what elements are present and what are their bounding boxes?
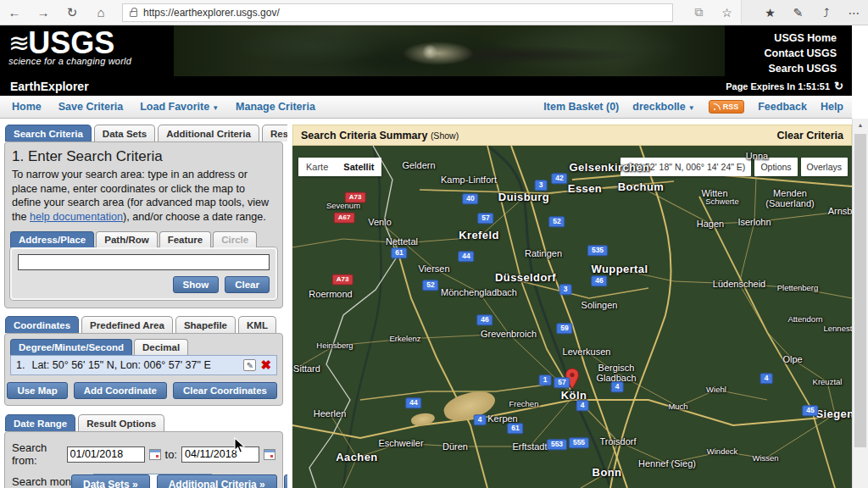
hub-favorites-icon[interactable]: ★ [756,6,784,19]
road-shield: 1 [539,374,552,385]
url-text: https://earthexplorer.usgs.gov/ [143,7,280,19]
tab-kml[interactable]: KML [238,316,276,333]
map-city-label: Heinsberg [316,341,353,350]
scroll-up-arrow-icon[interactable]: ▲ [853,119,868,132]
tab-shapefile[interactable]: Shapefile [175,316,236,333]
delete-coordinate-icon[interactable]: ✖ [260,359,271,371]
usgs-logo[interactable]: ≋ USGS science for a changing world [0,25,174,76]
link-usgs-home[interactable]: USGS Home [725,30,837,46]
tab-result-options[interactable]: Result Options [78,414,164,431]
tab-date-range[interactable]: Date Range [5,414,75,431]
share-icon[interactable]: ⤴ [812,6,840,19]
tab-feature[interactable]: Feature [159,231,212,247]
url-bar[interactable]: https://earthexplorer.usgs.gov/ [122,3,673,22]
clear-button[interactable]: Clear [225,276,270,293]
date-from-input[interactable] [67,446,145,463]
item-basket[interactable]: Item Basket (0) [543,101,619,113]
tab-results[interactable]: Results [262,125,287,141]
rss-icon [714,103,721,110]
map-overlays-button[interactable]: Overlays [801,158,848,176]
map-city-label: Geldern [402,160,435,170]
link-search-usgs[interactable]: Search USGS [725,61,837,76]
home-icon[interactable]: ⌂ [86,5,115,19]
summary-show-toggle[interactable]: (Show) [431,130,459,141]
address-input[interactable] [18,254,270,270]
additional-criteria-next-button[interactable]: Additional Criteria » [157,474,277,488]
more-ellipsis-icon[interactable]: ⋯ [840,6,868,19]
toggle-decimal[interactable]: Decimal [134,339,188,355]
rss-button[interactable]: RSS [709,100,745,114]
menu-feedback[interactable]: Feedback [758,101,807,113]
menu-load-favorite[interactable]: Load Favorite▼ [140,101,219,113]
menu-home[interactable]: Home [12,101,42,113]
add-coordinate-button[interactable]: Add Coordinate [74,382,167,399]
user-menu[interactable]: dreckbolle▼ [632,101,694,113]
map-type-satellit-button[interactable]: Satellit [336,158,381,176]
map-city-label: Nettetal [386,236,418,247]
scrollbar-thumb[interactable] [854,134,866,447]
map-city-label: Troisdorf [600,436,637,446]
road-shield: 44 [405,397,421,408]
mouse-cursor [234,437,246,454]
map-canvas[interactable]: Karte Satellit (50° 52' 18" N, 006° 14' … [292,146,852,488]
menu-help[interactable]: Help [821,101,843,113]
clear-coordinates-button[interactable]: Clear Coordinates [173,382,277,399]
tab-path-row[interactable]: Path/Row [96,231,157,247]
usgs-wave-icon: ≋ [8,31,28,55]
map-city-label: Hennef (Sieg) [638,458,696,469]
road-shield: 4 [611,381,624,392]
data-sets-next-button[interactable]: Data Sets » [71,474,150,488]
map-city-label: Lüdenscheid [713,279,765,289]
clear-criteria-button[interactable]: Clear Criteria [776,130,843,141]
use-map-button[interactable]: Use Map [7,382,67,399]
link-contact-usgs[interactable]: Contact USGS [725,46,837,61]
coordinate-index: 1. [16,359,25,371]
road-shield: 40 [462,193,478,204]
tab-search-criteria[interactable]: Search Criteria [5,125,92,141]
show-button[interactable]: Show [173,276,220,293]
calendar-icon[interactable] [264,449,275,460]
road-shield: A73 [332,274,353,286]
menu-manage-criteria[interactable]: Manage Criteria [236,101,315,113]
lock-icon [130,11,137,17]
search-criteria-summary-bar: Search Criteria Summary (Show) Clear Cri… [292,125,852,146]
web-note-pen-icon[interactable]: ✎ [784,6,812,19]
reading-view-icon[interactable]: ⧉ [685,5,713,19]
menu-save-criteria[interactable]: Save Criteria [58,101,123,113]
edit-coordinate-icon[interactable]: ✎ [243,359,256,371]
page-expires-text: Page Expires In 1:51:51 [726,81,830,92]
map-city-label: Erftstadt [513,441,548,452]
tab-address-place[interactable]: Address/Place [10,231,94,247]
to-label: to: [165,448,177,461]
favorite-star-icon[interactable]: ☆ [713,6,741,19]
session-refresh-icon[interactable]: ↻ [834,80,843,92]
road-shield: A67 [334,213,355,224]
map-city-label: Heerlen [314,408,347,419]
tab-predefined-area[interactable]: Predefined Area [81,316,173,333]
forward-icon[interactable]: → [29,5,58,19]
tab-coordinates[interactable]: Coordinates [5,316,79,333]
tab-additional-criteria[interactable]: Additional Criteria [158,125,259,141]
road-shield: 52 [422,280,438,291]
toggle-dms[interactable]: Degree/Minute/Second [10,339,132,355]
road-shield: A73 [345,192,366,203]
page-scrollbar[interactable]: ▲ [852,119,868,488]
search-panel: Search Criteria Data Sets Additional Cri… [0,119,287,488]
banner-aerial-image [174,25,725,76]
calendar-icon[interactable] [149,449,161,460]
map-city-label: Gelsenkirchen [570,162,650,174]
road-shield: 3 [559,284,572,295]
map-city-label: Lennestadt [823,324,852,333]
refresh-icon[interactable]: ↻ [58,5,86,20]
map-city-label: Frechen [509,400,539,408]
date-to-input[interactable] [181,446,259,463]
help-documentation-link[interactable]: help documentation [30,211,123,223]
map-city-label: Menden (Sauerland) [757,188,823,208]
map-city-label: Siegen [815,408,852,420]
tab-data-sets[interactable]: Data Sets [94,125,155,141]
summary-title: Search Criteria Summary [301,130,427,141]
map-type-karte-button[interactable]: Karte [298,158,336,176]
results-next-button[interactable]: Results » [284,474,287,488]
map-city-label: Viersen [418,263,449,274]
back-icon[interactable]: ← [0,5,29,19]
